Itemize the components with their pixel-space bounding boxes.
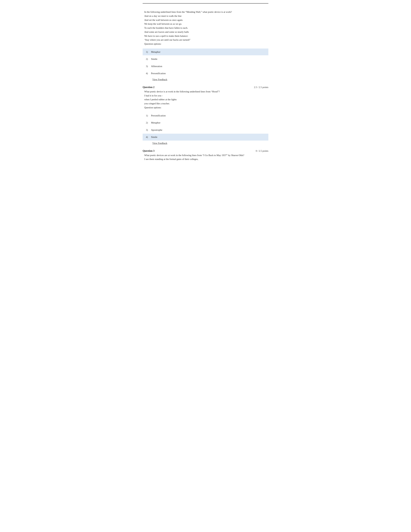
option-2-q1[interactable]: 2) Simile bbox=[143, 56, 268, 63]
option-number-q1-4: 4) bbox=[146, 72, 151, 75]
question-2-intro: What poetic device is at work in the fol… bbox=[143, 90, 268, 110]
option-4-q1[interactable]: 4) Personification bbox=[143, 70, 268, 77]
view-feedback-q1[interactable]: View Feedback bbox=[152, 78, 268, 81]
top-divider bbox=[143, 3, 268, 4]
option-text-q2-2: Metaphor bbox=[151, 121, 160, 125]
question-3-intro-text: What poetic devices are at work in the f… bbox=[144, 153, 268, 161]
option-number-q1-1: 1) bbox=[146, 50, 151, 54]
option-number-q2-1: 1) bbox=[146, 114, 151, 117]
option-4-q2[interactable]: 4) Simile bbox=[143, 134, 268, 141]
option-number-q2-3: 3) bbox=[146, 128, 151, 132]
question-2-block: Question 2 2.5 / 2.5 points What poetic … bbox=[143, 86, 268, 145]
question-3-points: 0 / 2.5 points bbox=[256, 150, 268, 152]
question-1-block: In the following underlined lines from t… bbox=[143, 10, 268, 81]
option-text-q2-3: Apostrophe bbox=[151, 128, 162, 132]
question-3-label: Question 3 bbox=[143, 150, 154, 152]
view-feedback-q2[interactable]: View Feedback bbox=[152, 142, 268, 145]
question-2-intro-text: What poetic device is at work in the fol… bbox=[144, 90, 268, 110]
option-1-q1[interactable]: 1) Metaphor bbox=[143, 48, 268, 56]
option-text-q1-1: Metaphor bbox=[151, 50, 160, 54]
option-3-q2[interactable]: 3) Apostrophe bbox=[143, 127, 268, 133]
question-1-intro: In the following underlined lines from t… bbox=[143, 10, 268, 46]
options-label-q2: Question options: bbox=[144, 106, 161, 109]
option-text-q1-4: Personification bbox=[151, 72, 166, 75]
option-number-q2-4: 4) bbox=[146, 135, 151, 139]
options-label-q1: Question options: bbox=[144, 43, 161, 45]
option-text-q1-3: Alliteration bbox=[151, 65, 162, 68]
option-number-q2-2: 2) bbox=[146, 121, 151, 125]
question-3-header: Question 3 0 / 2.5 points bbox=[143, 150, 268, 152]
option-3-q1[interactable]: 3) Alliteration bbox=[143, 63, 268, 70]
question-3-intro: What poetic devices are at work in the f… bbox=[143, 153, 268, 161]
question-3-block: Question 3 0 / 2.5 points What poetic de… bbox=[143, 150, 268, 161]
option-number-q1-2: 2) bbox=[146, 57, 151, 61]
option-text-q1-2: Simile bbox=[151, 57, 157, 61]
option-text-q2-4: Simile bbox=[151, 135, 157, 139]
question-2-points: 2.5 / 2.5 points bbox=[254, 86, 268, 89]
option-number-q1-3: 3) bbox=[146, 65, 151, 68]
question-1-intro-text: In the following underlined lines from t… bbox=[144, 10, 268, 46]
option-2-q2[interactable]: 2) Metaphor bbox=[143, 119, 268, 126]
question-2-header: Question 2 2.5 / 2.5 points bbox=[143, 86, 268, 89]
underlined-text-q2: you cringed like a teacher. bbox=[144, 102, 170, 105]
question-2-label: Question 2 bbox=[143, 86, 154, 89]
option-1-q2[interactable]: 1) Personification bbox=[143, 112, 268, 119]
underlined-text-q1: And some are loaves and some so nearly b… bbox=[144, 31, 189, 33]
option-text-q2-1: Personification bbox=[151, 114, 166, 117]
